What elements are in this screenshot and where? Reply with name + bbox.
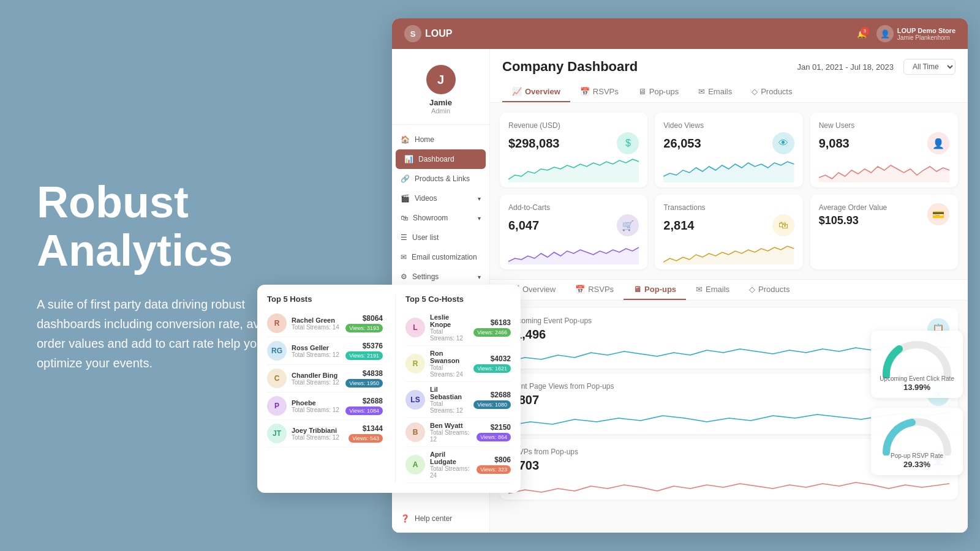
cohost-amount-4: $2150: [477, 423, 511, 432]
products-tab-icon: ◇: [752, 87, 758, 96]
popup-tab-rsvps[interactable]: 📅 RSVPs: [565, 280, 624, 300]
upcoming-label: Upcoming Event Pop-ups: [508, 317, 592, 325]
svg-marker-2: [819, 165, 949, 182]
host-badge-1: Views: 3193: [345, 324, 383, 332]
cohost-name-4: Ben Wyatt: [430, 422, 472, 429]
tab-popups-label: Pop-ups: [649, 87, 679, 96]
host-name-3: Chandler Bing: [292, 372, 341, 379]
host-stats-2: $5376 Views: 2191: [345, 342, 383, 360]
overview-tabs: 📈 Overview 📅 RSVPs 🖥 Pop-ups ✉ Emails: [502, 82, 956, 102]
video-views-value: 26,053: [663, 137, 701, 151]
popup-tab-products[interactable]: ◇ Products: [739, 280, 799, 300]
user-avatar-icon: 👤: [876, 25, 894, 42]
emails-icon: ✉: [698, 87, 705, 96]
popup-tab-popups[interactable]: 🖥 Pop-ups: [624, 280, 686, 300]
sidebar-item-dashboard[interactable]: 📊 Dashboard: [396, 149, 486, 169]
tab-products[interactable]: ◇ Products: [742, 82, 802, 102]
revenue-label: Revenue (USD): [508, 121, 639, 130]
stat-card-add-to-carts: Add-to-Carts 6,047 🛒: [500, 195, 647, 269]
host-amount-1: $8064: [345, 314, 383, 323]
tab-overview[interactable]: 📈 Overview: [502, 82, 570, 102]
rsvp-rate-donut-svg: [877, 413, 957, 455]
host-amount-5: $1344: [349, 424, 383, 433]
home-icon: 🏠: [401, 135, 410, 144]
host-row-3: C Chandler Bing Total Streams: 12 $4838 …: [267, 365, 383, 392]
cohost-info-2: Ron Swanson Total Streams: 24: [430, 350, 469, 378]
stat-card-new-users: New Users 9,083 👤: [810, 113, 958, 187]
host-avatar-3: C: [267, 369, 287, 388]
cohost-row-2: R Ron Swanson Total Streams: 24 $4032 Vi…: [405, 346, 511, 382]
help-icon: ❓: [401, 514, 410, 523]
sidebar-item-home[interactable]: 🏠 Home: [392, 130, 489, 149]
sidebar-item-products[interactable]: 🔗 Products & Links: [392, 169, 489, 189]
sidebar-profile: J Jamie Admin: [392, 55, 489, 125]
tab-rsvps[interactable]: 📅 RSVPs: [570, 82, 628, 102]
aov-label: Average Order Value: [819, 203, 888, 212]
click-rate-label: Upcoming Event Click Rate 13.99%: [876, 375, 958, 393]
host-avatar-5: JT: [267, 424, 287, 443]
chevron-down-icon-2: ▾: [478, 215, 481, 222]
hosts-title: Top 5 Hosts: [267, 294, 383, 304]
popup-rsvps-icon: 📅: [575, 285, 585, 294]
notification-bell[interactable]: 🔔 3: [857, 29, 867, 39]
host-avatar-4: P: [267, 396, 287, 416]
sidebar-item-userlist[interactable]: ☰ User list: [392, 228, 489, 247]
click-rate-value: 13.99%: [903, 383, 930, 392]
revenue-value: $298,083: [508, 137, 559, 151]
date-range: Jan 01, 2021 - Jul 18, 2023: [797, 62, 894, 72]
host-name-1: Rachel Green: [292, 317, 341, 324]
cohost-stats-3: $2688 Views: 1080: [473, 391, 511, 409]
cohost-avatar-5: A: [405, 455, 425, 474]
sidebar-label-userlist: User list: [412, 233, 439, 242]
user-info: LOUP Demo Store Jamie Plankenhorn: [897, 27, 956, 41]
click-rate-gauge: Upcoming Event Click Rate 13.99%: [871, 331, 963, 398]
host-badge-3: Views: 1950: [345, 379, 383, 388]
chevron-down-icon-3: ▾: [478, 274, 481, 280]
showroom-icon: 🛍: [401, 214, 408, 222]
stat-card-video-views: Video Views 26,053 👁: [655, 113, 802, 187]
host-row-2: RG Ross Geller Total Streams: 12 $5376 V…: [267, 337, 383, 365]
host-stats-5: $1344 Views: 543: [349, 424, 383, 443]
topbar-right: 🔔 3 👤 LOUP Demo Store Jamie Plankenhorn: [857, 25, 956, 42]
sidebar-item-videos[interactable]: 🎬 Videos ▾: [392, 189, 489, 208]
tab-rsvps-label: RSVPs: [593, 87, 619, 96]
revenue-icon: $: [617, 132, 639, 154]
popup-tab-popups-label: Pop-ups: [644, 285, 676, 294]
cohost-row-4: B Ben Wyatt Total Streams: 12 $2150 View…: [405, 418, 511, 447]
sidebar-label-dashboard: Dashboard: [418, 155, 454, 163]
sidebar-item-email[interactable]: ✉ Email customization: [392, 247, 489, 267]
cohost-amount-5: $806: [477, 455, 511, 464]
date-select[interactable]: All Time: [903, 59, 956, 75]
sidebar-item-settings[interactable]: ⚙ Settings ▾: [392, 267, 489, 287]
svg-marker-4: [663, 246, 794, 264]
cohost-badge-3: Views: 1080: [473, 400, 511, 409]
cohost-badge-5: Views: 323: [477, 465, 511, 474]
cohost-info-1: Leslie Knope Total Streams: 12: [430, 313, 469, 342]
tab-emails[interactable]: ✉ Emails: [688, 82, 742, 102]
cohost-badge-1: Views: 2466: [473, 328, 511, 337]
sidebar-label-showroom: Showroom: [413, 214, 448, 222]
popup-tab-emails-label: Emails: [706, 285, 729, 294]
popup-tab-rsvps-label: RSVPs: [588, 285, 614, 294]
host-stats-1: $8064 Views: 3193: [345, 314, 383, 332]
topbar-user: 👤 LOUP Demo Store Jamie Plankenhorn: [876, 25, 956, 42]
sidebar-item-showroom[interactable]: 🛍 Showroom ▾: [392, 208, 489, 228]
host-info-4: Phoebe Total Streams: 12: [292, 399, 341, 413]
cohost-streams-1: Total Streams: 12: [430, 328, 469, 342]
userlist-icon: ☰: [401, 233, 407, 242]
help-center[interactable]: ❓ Help center: [401, 514, 452, 523]
dashboard-title: Company Dashboard: [502, 59, 638, 75]
video-views-icon: 👁: [772, 132, 794, 154]
new-users-label: New Users: [819, 121, 949, 130]
tab-popups[interactable]: 🖥 Pop-ups: [628, 82, 688, 102]
host-name-4: Phoebe: [292, 399, 341, 407]
rsvps-icon: 📅: [580, 87, 590, 96]
cohost-streams-5: Total Streams: 24: [430, 465, 472, 479]
click-rate-donut-svg: [877, 335, 957, 378]
cohost-name-3: Lil Sebastian: [430, 386, 469, 400]
cohost-avatar-2: R: [405, 354, 425, 373]
host-amount-3: $4838: [345, 369, 383, 378]
popup-rsvp-rate-text: Pop-up RSVP Rate: [891, 452, 943, 459]
transactions-label: Transactions: [663, 203, 794, 212]
popup-tab-emails[interactable]: ✉ Emails: [686, 280, 739, 300]
